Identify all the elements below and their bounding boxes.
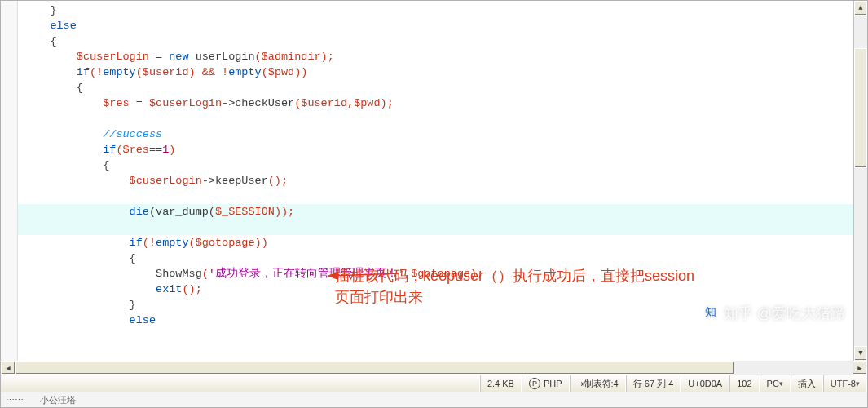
vertical-scrollbar[interactable]: ▲ ▼	[853, 1, 867, 361]
status-offset: 102	[729, 375, 759, 392]
horizontal-scrollbar[interactable]: ◀ ▶	[1, 361, 867, 375]
status-bar: 2.4 KB P PHP ⇥ 制表符:4 行 67 列 4 U+0D0A 102…	[1, 375, 867, 392]
fold-gutter	[1, 1, 18, 361]
status-spacer	[1, 375, 480, 392]
status-filesize: 2.4 KB	[480, 375, 522, 392]
status-insert-mode[interactable]: 插入	[791, 375, 823, 392]
scroll-thumb[interactable]	[854, 48, 867, 168]
status-codepoint: U+0D0A	[681, 375, 729, 392]
bottom-tabstrip: ⋯⋯ 小公汪塔	[1, 392, 867, 407]
status-tabstop[interactable]: ⇥ 制表符:4	[570, 375, 626, 392]
scroll-left-icon[interactable]: ◀	[1, 361, 15, 375]
scroll-down-icon[interactable]: ▼	[854, 346, 867, 361]
status-language[interactable]: P PHP	[522, 375, 570, 392]
status-encoding[interactable]: UTF-8	[823, 375, 867, 392]
scroll-track[interactable]	[854, 16, 867, 346]
scroll-thumb-h[interactable]	[15, 361, 734, 375]
status-lineending[interactable]: PC	[760, 375, 791, 392]
php-badge-icon: P	[529, 378, 540, 389]
tabstrip-item[interactable]: 小公汪塔	[40, 394, 76, 406]
code-editor[interactable]: } else { $cuserLogin = new userLogin($ad…	[1, 1, 853, 361]
code-line: }	[1, 2, 853, 18]
status-line-col[interactable]: 行 67 列 4	[626, 375, 681, 392]
tabstrip-item[interactable]: ⋯⋯	[6, 395, 24, 406]
scroll-right-icon[interactable]: ▶	[853, 361, 867, 375]
scroll-track-h[interactable]	[15, 361, 853, 375]
scroll-up-icon[interactable]: ▲	[854, 1, 867, 16]
